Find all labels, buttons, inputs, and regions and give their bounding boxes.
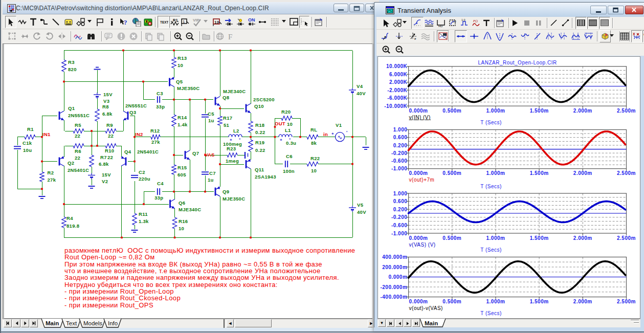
svg-text:Info: Info — [108, 320, 118, 326]
svg-text:HD: HD — [438, 25, 443, 28]
svg-text:1.0: 1.0 — [452, 20, 456, 23]
svg-text:TEXT: TEXT — [160, 20, 168, 24]
svg-text:Text: Text — [66, 320, 77, 326]
svg-text:#: # — [414, 37, 416, 40]
svg-text:1 0: 1 0 — [461, 18, 465, 21]
svg-text:ON: ON — [248, 17, 255, 23]
svg-text:F: F — [228, 33, 232, 41]
svg-text:Main: Main — [425, 320, 438, 326]
svg-text:F(): F() — [473, 19, 478, 23]
svg-text:Main: Main — [46, 320, 59, 326]
svg-text:X: X — [633, 32, 635, 36]
svg-text:13: 13 — [214, 20, 219, 25]
svg-text:1: 1 — [183, 19, 185, 24]
svg-text:Models: Models — [83, 320, 102, 326]
svg-text:?: ? — [124, 18, 127, 26]
